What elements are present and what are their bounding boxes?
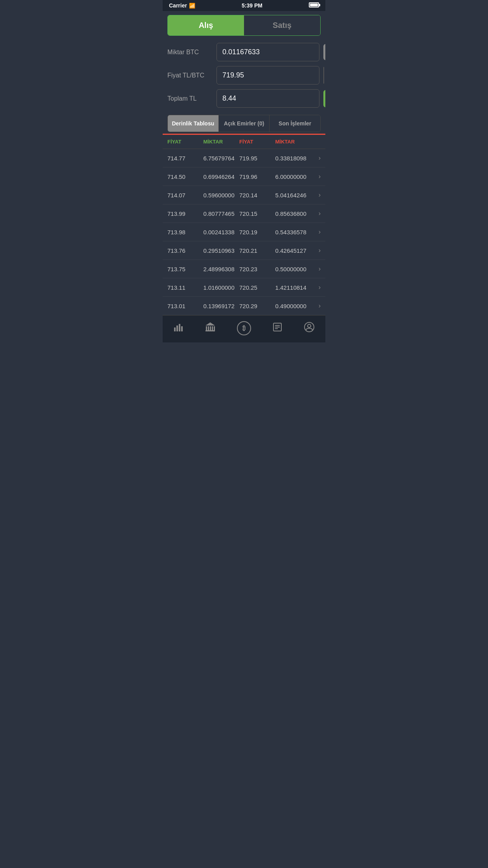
chevron-icon: › xyxy=(311,265,321,272)
cell-fiyat-right: 720.14 xyxy=(239,192,275,199)
depth-table: FİYAT MİKTAR FİYAT MİKTAR 714.77 6.75679… xyxy=(163,134,325,315)
svg-rect-10 xyxy=(205,330,215,331)
cell-miktar-right: 0.49000000 xyxy=(275,303,312,309)
table-row[interactable]: 714.50 0.69946264 719.96 6.00000000 › xyxy=(163,167,325,186)
header-chevron-spacer xyxy=(311,139,321,145)
battery-icon xyxy=(309,2,319,9)
table-row[interactable]: 713.75 2.48996308 720.23 0.50000000 › xyxy=(163,260,325,278)
cell-miktar-right: 0.42645127 xyxy=(275,247,312,254)
cell-fiyat-right: 719.95 xyxy=(239,155,275,162)
cell-miktar-left: 0.69946264 xyxy=(204,173,240,180)
cell-miktar-right: 1.42110814 xyxy=(275,284,312,291)
nav-profile[interactable] xyxy=(300,320,319,337)
svg-point-16 xyxy=(308,324,311,327)
table-row[interactable]: 713.76 0.29510963 720.21 0.42645127 › xyxy=(163,241,325,260)
sell-button[interactable]: Satış xyxy=(244,15,320,35)
svg-rect-0 xyxy=(174,327,176,331)
tabs-section: Derinlik Tablosu Açık Emirler (0) Son İş… xyxy=(167,115,321,132)
cell-miktar-right: 6.00000000 xyxy=(275,173,312,180)
cell-miktar-right: 0.50000000 xyxy=(275,266,312,272)
table-row[interactable]: 713.98 0.00241338 720.19 0.54336578 › xyxy=(163,223,325,241)
fiyat-row: Fiyat TL/BTC Limit Piyasa xyxy=(167,66,321,85)
carrier-label: Carrier xyxy=(169,2,187,9)
svg-point-18 xyxy=(309,327,310,328)
svg-rect-7 xyxy=(212,326,213,330)
svg-rect-8 xyxy=(214,326,215,330)
miktar-row: Miktar BTC Tüm Bakiye xyxy=(167,43,321,61)
time-display: 5:39 PM xyxy=(242,2,262,9)
toplam-input[interactable] xyxy=(216,89,319,108)
nav-bank[interactable] xyxy=(201,320,220,337)
cell-fiyat-left: 713.75 xyxy=(167,266,204,272)
cell-miktar-left: 0.00241338 xyxy=(204,229,240,235)
table-header: FİYAT MİKTAR FİYAT MİKTAR xyxy=(163,135,325,149)
table-row[interactable]: 713.99 0.80777465 720.15 0.85636800 › xyxy=(163,204,325,223)
svg-marker-9 xyxy=(205,322,215,326)
cell-fiyat-left: 713.01 xyxy=(167,303,204,309)
cell-fiyat-right: 720.25 xyxy=(239,284,275,291)
chevron-icon: › xyxy=(311,302,321,309)
profile-icon xyxy=(304,322,315,335)
buy-button[interactable]: Alış xyxy=(168,15,244,35)
svg-rect-5 xyxy=(208,326,209,330)
cell-fiyat-left: 713.76 xyxy=(167,247,204,254)
header-miktar-left: MİKTAR xyxy=(204,139,240,145)
table-row[interactable]: 713.01 0.13969172 720.29 0.49000000 › xyxy=(163,297,325,315)
fiyat-input[interactable] xyxy=(216,66,319,85)
cell-miktar-right: 0.33818098 xyxy=(275,155,312,162)
chevron-icon: › xyxy=(311,228,321,235)
cell-fiyat-left: 714.07 xyxy=(167,192,204,199)
miktar-input[interactable] xyxy=(216,43,319,61)
limit-button[interactable]: Limit xyxy=(324,67,324,83)
cell-miktar-left: 0.29510963 xyxy=(204,247,240,254)
bank-icon xyxy=(205,322,216,335)
svg-rect-6 xyxy=(210,326,211,330)
chevron-icon: › xyxy=(311,173,321,180)
btc-icon: ₿ xyxy=(237,321,251,335)
nav-orders[interactable] xyxy=(268,320,286,336)
chevron-icon: › xyxy=(311,154,321,162)
cell-fiyat-left: 714.50 xyxy=(167,173,204,180)
chevron-icon: › xyxy=(311,191,321,199)
table-row[interactable]: 713.11 1.01600000 720.25 1.42110814 › xyxy=(163,278,325,297)
chevron-icon: › xyxy=(311,284,321,291)
table-body: 714.77 6.75679764 719.95 0.33818098 › 71… xyxy=(163,149,325,315)
svg-rect-4 xyxy=(206,326,207,330)
toplam-label: Toplam TL xyxy=(167,95,213,102)
cell-miktar-left: 0.13969172 xyxy=(204,303,240,309)
miktar-label: Miktar BTC xyxy=(167,49,213,56)
nav-chart[interactable] xyxy=(169,320,187,336)
wifi-icon: 📶 xyxy=(189,3,195,9)
cell-fiyat-left: 713.11 xyxy=(167,284,204,291)
tab-derinlik[interactable]: Derinlik Tablosu xyxy=(168,115,219,132)
tum-bakiye-button[interactable]: Tüm Bakiye xyxy=(323,44,325,60)
cell-miktar-right: 5.04164246 xyxy=(275,192,312,199)
cell-miktar-left: 0.59600000 xyxy=(204,192,240,199)
cell-fiyat-right: 720.23 xyxy=(239,266,275,272)
table-row[interactable]: 714.77 6.75679764 719.95 0.33818098 › xyxy=(163,149,325,167)
tab-son-islemler[interactable]: Son İşlemler xyxy=(270,115,320,132)
cell-miktar-right: 0.85636800 xyxy=(275,210,312,217)
cell-miktar-right: 0.54336578 xyxy=(275,229,312,235)
cell-miktar-left: 0.80777465 xyxy=(204,210,240,217)
cell-miktar-left: 1.01600000 xyxy=(204,284,240,291)
svg-point-17 xyxy=(307,326,308,327)
chevron-icon: › xyxy=(311,210,321,217)
header-miktar-right: MİKTAR xyxy=(275,139,312,145)
header-fiyat-left: FİYAT xyxy=(167,139,204,145)
fiyat-label: Fiyat TL/BTC xyxy=(167,72,213,79)
cell-fiyat-left: 713.99 xyxy=(167,210,204,217)
nav-btc[interactable]: ₿ xyxy=(233,320,255,337)
tab-acik-emirler[interactable]: Açık Emirler (0) xyxy=(219,115,270,132)
orders-icon xyxy=(272,322,283,335)
cell-miktar-left: 6.75679764 xyxy=(204,155,240,162)
svg-point-19 xyxy=(310,326,311,327)
carrier-area: Carrier 📶 xyxy=(169,2,195,9)
cell-fiyat-right: 720.29 xyxy=(239,303,275,309)
cell-miktar-left: 2.48996308 xyxy=(204,266,240,272)
table-row[interactable]: 714.07 0.59600000 720.14 5.04164246 › xyxy=(163,186,325,204)
alis-emri-button[interactable]: Alış Emri Gir xyxy=(323,90,325,107)
chart-icon xyxy=(173,322,183,335)
status-bar: Carrier 📶 5:39 PM xyxy=(163,0,325,11)
svg-rect-2 xyxy=(179,324,180,331)
